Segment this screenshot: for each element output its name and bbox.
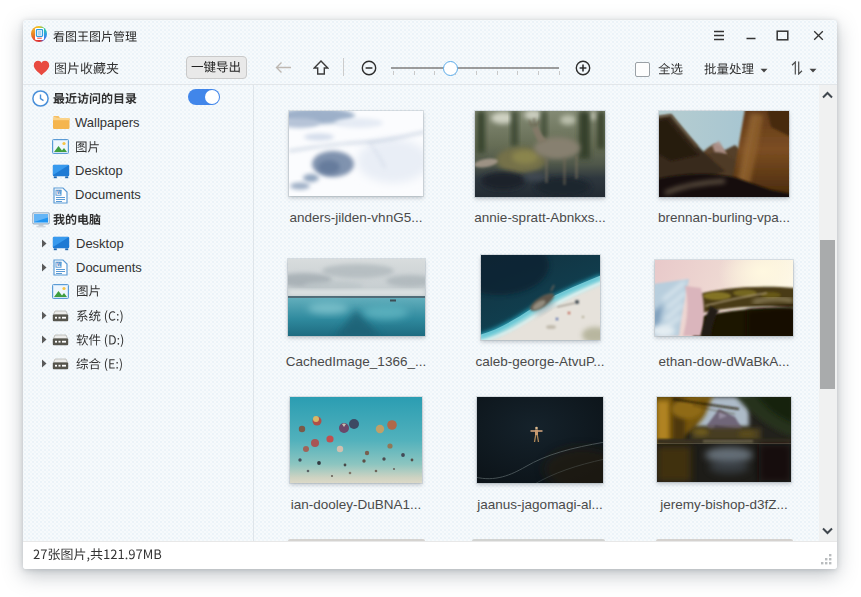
svg-text:W: W <box>57 190 62 195</box>
svg-text:W: W <box>57 262 62 267</box>
